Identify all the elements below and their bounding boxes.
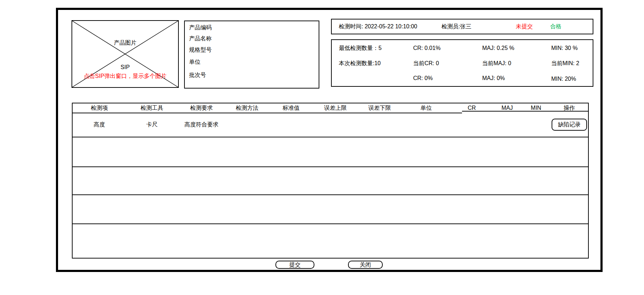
col-header-lower-tol: 误差下限 — [358, 103, 401, 113]
table-row: 高度 卡尺 高度符合要求 缺陷记录 — [73, 113, 588, 137]
field-label-spec-model: 规格型号 — [189, 46, 212, 53]
table-row-empty — [73, 194, 588, 223]
field-label-product-name: 产品名称 — [189, 35, 212, 42]
stat-cr-limit: CR: 0.01% — [413, 44, 440, 52]
stat-min-rate: MIN: 20% — [551, 75, 576, 83]
cell-tool: 卡尺 — [126, 113, 178, 137]
sip-hint-text: 点击SIP弹出窗口，显示多个图片 — [72, 73, 178, 80]
col-header-upper-tol: 误差上限 — [313, 103, 358, 113]
submit-button[interactable]: 提交 — [275, 261, 314, 269]
defect-record-button[interactable]: 缺陷记录 — [552, 119, 587, 131]
product-image-label: 产品图片 — [72, 39, 178, 47]
product-info-panel: 产品编码 产品名称 规格型号 单位 批次号 — [184, 21, 319, 89]
inspection-info-bar: 检测时间: 2022-05-22 10:10:00 检测员:张三 未提交 合格 — [331, 19, 593, 34]
stat-min-inspect-qty: 最低检测数量：5 — [339, 44, 382, 52]
inspection-time: 检测时间: 2022-05-22 10:10:00 — [339, 19, 417, 34]
result-status-badge: 合格 — [550, 19, 562, 34]
field-label-product-code: 产品编码 — [189, 24, 212, 31]
field-label-unit: 单位 — [189, 58, 200, 66]
stat-current-qty: 本次检测数量:10 — [339, 59, 381, 67]
header-underline-left — [73, 113, 462, 113]
table-row-empty — [73, 223, 588, 255]
inspection-stats-panel: 最低检测数量：5 CR: 0.01% MAJ: 0.25 % MIN: 30 %… — [331, 39, 593, 87]
inspection-window: 产品图片 SIP 点击SIP弹出窗口，显示多个图片 产品编码 产品名称 规格型号… — [0, 0, 644, 295]
col-header-standard: 标准值 — [269, 103, 313, 113]
field-label-batch-number: 批次号 — [189, 72, 206, 79]
col-header-item: 检测项 — [73, 103, 126, 113]
cell-requirement: 高度符合要求 — [178, 113, 225, 137]
stat-current-maj: 当前MAJ: 0 — [482, 59, 511, 67]
submit-status-badge: 未提交 — [516, 19, 533, 34]
stat-min-limit: MIN: 30 % — [551, 44, 578, 52]
col-header-unit: 单位 — [401, 103, 451, 113]
close-button[interactable]: 关闭 — [348, 261, 383, 269]
cell-item: 高度 — [73, 113, 126, 137]
inspector-name: 检测员:张三 — [441, 19, 471, 34]
sip-label[interactable]: SIP — [72, 64, 178, 70]
product-image-placeholder[interactable]: 产品图片 SIP 点击SIP弹出窗口，显示多个图片 — [72, 20, 179, 88]
header-underline-right — [462, 111, 588, 112]
stat-maj-limit: MAJ: 0.25 % — [482, 44, 514, 52]
stat-current-min: 当前MIN: 2 — [551, 59, 579, 67]
stat-maj-rate: MAJ: 0% — [482, 74, 505, 82]
table-row-empty — [73, 166, 588, 194]
col-header-tool: 检测工具 — [126, 103, 178, 113]
stat-cr-rate: CR: 0% — [413, 74, 433, 82]
inspection-items-table: 检测项 检测工具 检测要求 检测方法 标准值 误差上限 误差下限 单位 CR M… — [72, 103, 589, 259]
col-header-method: 检测方法 — [225, 103, 269, 113]
table-row-empty — [73, 137, 588, 166]
stat-current-cr: 当前CR: 0 — [413, 59, 439, 67]
col-header-requirement: 检测要求 — [178, 103, 225, 113]
